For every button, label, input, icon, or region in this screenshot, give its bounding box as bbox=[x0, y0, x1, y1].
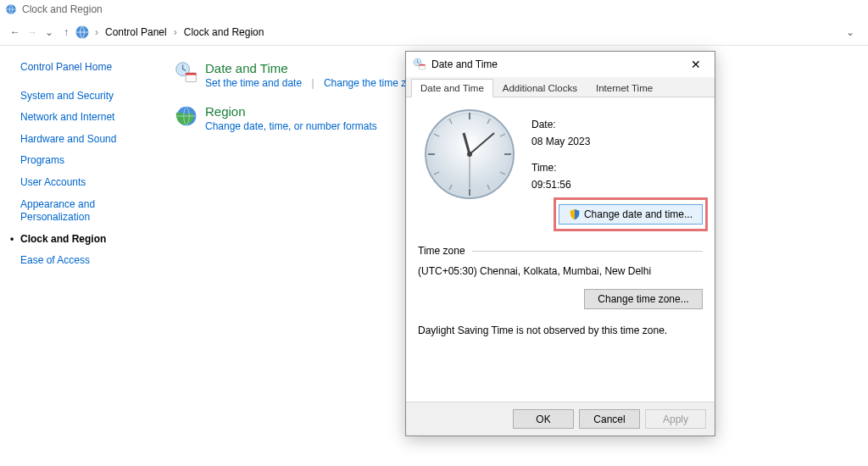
timezone-label: Time zone bbox=[418, 245, 465, 257]
tab-date-time[interactable]: Date and Time bbox=[411, 79, 493, 97]
dialog-tabs: Date and Time Additional Clocks Internet… bbox=[406, 77, 715, 97]
sidebar-home[interactable]: Control Panel Home bbox=[20, 61, 163, 75]
dialog-body: Date: 08 May 2023 Time: 09:51:56 Change … bbox=[406, 97, 715, 402]
sidebar-item-ease-of-access[interactable]: Ease of Access bbox=[20, 254, 163, 268]
change-date-time-button[interactable]: Change date and time... bbox=[559, 204, 703, 225]
sidebar-item-programs[interactable]: Programs bbox=[20, 154, 163, 168]
link-set-time-date[interactable]: Set the time and date bbox=[205, 77, 302, 89]
nav-recent-dropdown[interactable]: ⌄ bbox=[41, 24, 58, 41]
timezone-header: Time zone bbox=[418, 245, 703, 257]
link-change-formats[interactable]: Change date, time, or number formats bbox=[205, 120, 377, 132]
category-title[interactable]: Date and Time bbox=[205, 61, 423, 75]
separator: | bbox=[311, 77, 314, 89]
navbar: ← → ⌄ ↑ › Control Panel › Clock and Regi… bbox=[0, 19, 868, 46]
svg-rect-8 bbox=[420, 64, 426, 66]
tab-internet-time[interactable]: Internet Time bbox=[587, 79, 662, 97]
globe-icon bbox=[5, 3, 17, 15]
sidebar-item-user-accounts[interactable]: User Accounts bbox=[20, 176, 163, 190]
time-value: 09:51:56 bbox=[531, 176, 590, 193]
shield-icon bbox=[569, 208, 581, 220]
analog-clock-icon bbox=[423, 108, 516, 201]
dialog-footer: OK Cancel Apply bbox=[406, 402, 715, 435]
timezone-value: (UTC+05:30) Chennai, Kolkata, Mumbai, Ne… bbox=[418, 265, 703, 277]
sidebar: Control Panel Home System and Security N… bbox=[20, 61, 163, 276]
close-button[interactable]: ✕ bbox=[684, 55, 708, 74]
time-label: Time: bbox=[531, 159, 590, 176]
date-value: 08 May 2023 bbox=[531, 133, 590, 150]
date-time-readout: Date: 08 May 2023 Time: 09:51:56 bbox=[531, 108, 590, 201]
address-dropdown[interactable]: ⌄ bbox=[846, 26, 854, 38]
breadcrumb-control-panel[interactable]: Control Panel bbox=[105, 26, 167, 38]
main-panel: Date and Time Set the time and date | Ch… bbox=[163, 61, 423, 276]
sidebar-item-appearance[interactable]: Appearance and Personalization bbox=[20, 198, 163, 225]
breadcrumb: › Control Panel › Clock and Region bbox=[95, 26, 264, 38]
svg-point-26 bbox=[467, 152, 472, 157]
category-region: Region Change date, time, or number form… bbox=[175, 104, 423, 132]
change-date-time-label: Change date and time... bbox=[584, 208, 693, 220]
sidebar-item-hardware-sound[interactable]: Hardware and Sound bbox=[20, 133, 163, 147]
tab-additional-clocks[interactable]: Additional Clocks bbox=[493, 79, 587, 97]
chevron-right-icon: › bbox=[174, 26, 177, 38]
window-titlebar: Clock and Region bbox=[0, 0, 868, 19]
apply-button: Apply bbox=[645, 409, 706, 429]
dialog-title: Date and Time bbox=[431, 58, 498, 70]
clock-date-icon bbox=[175, 61, 198, 85]
address-bar-icon bbox=[75, 25, 90, 40]
cancel-button[interactable]: Cancel bbox=[579, 409, 640, 429]
category-title[interactable]: Region bbox=[205, 104, 377, 119]
chevron-right-icon: › bbox=[95, 26, 98, 38]
window-title: Clock and Region bbox=[22, 3, 103, 15]
nav-back-button[interactable]: ← bbox=[7, 24, 24, 41]
dialog-titlebar: Date and Time ✕ bbox=[406, 52, 715, 77]
sidebar-item-network-internet[interactable]: Network and Internet bbox=[20, 111, 163, 125]
divider bbox=[472, 251, 703, 252]
globe-region-icon bbox=[175, 104, 198, 128]
nav-forward-button[interactable]: → bbox=[24, 24, 41, 41]
sidebar-item-system-security[interactable]: System and Security bbox=[20, 90, 163, 103]
change-time-zone-button[interactable]: Change time zone... bbox=[584, 289, 703, 309]
date-label: Date: bbox=[531, 116, 590, 133]
svg-rect-4 bbox=[186, 73, 196, 75]
category-date-time: Date and Time Set the time and date | Ch… bbox=[175, 61, 423, 89]
ok-button[interactable]: OK bbox=[513, 409, 574, 429]
clock-date-icon bbox=[413, 58, 426, 71]
date-time-dialog: Date and Time ✕ Date and Time Additional… bbox=[405, 51, 715, 436]
breadcrumb-current[interactable]: Clock and Region bbox=[184, 26, 264, 38]
nav-up-button[interactable]: ↑ bbox=[58, 24, 75, 41]
dst-note: Daylight Saving Time is not observed by … bbox=[418, 325, 703, 336]
sidebar-item-clock-region[interactable]: Clock and Region bbox=[20, 233, 163, 247]
